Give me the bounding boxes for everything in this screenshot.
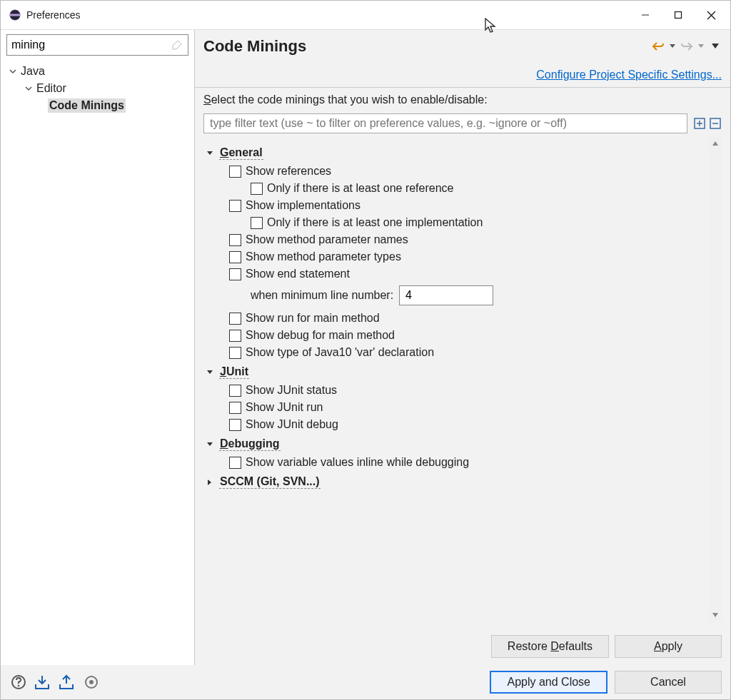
group-header-sccm[interactable]: SCCM (Git, SVN...) xyxy=(203,471,709,492)
chevron-down-icon[interactable] xyxy=(666,40,679,53)
tree-item-java[interactable]: Java xyxy=(4,63,191,80)
configure-project-settings-link[interactable]: Configure Project Specific Settings... xyxy=(536,69,722,81)
app-icon xyxy=(8,8,22,22)
cancel-button[interactable]: Cancel xyxy=(615,671,722,694)
checkbox-label: Show JUnit run xyxy=(246,401,323,414)
vertical-scrollbar[interactable] xyxy=(709,136,722,622)
checkbox-param-names[interactable] xyxy=(229,234,241,246)
checkbox-label: Show method parameter names xyxy=(246,233,408,246)
group-header-junit[interactable]: JUnit xyxy=(203,361,709,382)
checkbox-junit-debug[interactable] xyxy=(229,419,241,431)
svg-point-14 xyxy=(89,680,94,684)
tree-label: Code Minings xyxy=(48,98,126,113)
instruction-text: Select the code minings that you wish to… xyxy=(203,93,722,106)
minimize-button[interactable] xyxy=(629,4,662,26)
close-button[interactable] xyxy=(695,4,727,26)
button-label: Apply and Close xyxy=(507,676,590,689)
checkbox-show-references[interactable] xyxy=(229,166,241,178)
min-line-input[interactable] xyxy=(399,285,493,305)
checkbox-label: Show end statement xyxy=(246,268,350,280)
group-label: SCCM (Git, SVN...) xyxy=(219,475,321,489)
caret-down-icon xyxy=(206,150,216,157)
button-label: Cancel xyxy=(650,676,686,689)
nav-back-icon[interactable] xyxy=(652,40,665,53)
checkbox-run-main[interactable] xyxy=(229,313,241,325)
scroll-down-icon[interactable] xyxy=(710,609,721,621)
scroll-up-icon[interactable] xyxy=(710,138,721,149)
page-title: Code Minings xyxy=(203,37,306,56)
group-header-general[interactable]: General xyxy=(203,142,709,163)
checkbox-junit-status[interactable] xyxy=(229,385,241,397)
checkbox-label: Show implementations xyxy=(246,199,361,212)
checkbox-label: Show method parameter types xyxy=(246,250,401,263)
sidebar: Java Editor Code Minings xyxy=(1,30,195,665)
menu-dropdown-icon[interactable] xyxy=(709,40,722,53)
checkbox-label: Show variable values inline while debugg… xyxy=(246,456,469,469)
collapse-all-icon[interactable] xyxy=(709,117,722,130)
import-icon[interactable] xyxy=(34,673,52,691)
checkbox-only-one-reference[interactable] xyxy=(251,183,263,195)
group-label: Debugging xyxy=(219,437,281,451)
checkbox-label: Show debug for main method xyxy=(246,329,395,342)
export-icon[interactable] xyxy=(58,673,76,691)
oomph-icon[interactable] xyxy=(82,673,101,691)
group-header-debugging[interactable]: Debugging xyxy=(203,433,709,454)
tree-label: Editor xyxy=(35,81,68,96)
svg-rect-3 xyxy=(675,12,682,19)
caret-right-icon xyxy=(206,479,216,486)
checkbox-junit-run[interactable] xyxy=(229,402,241,414)
chevron-down-icon xyxy=(8,66,18,76)
checkbox-param-types[interactable] xyxy=(229,251,241,263)
titlebar[interactable]: Preferences xyxy=(1,1,730,29)
content-panel: Code Minings xyxy=(195,30,730,665)
window-title: Preferences xyxy=(26,9,80,21)
preference-tree: Java Editor Code Minings xyxy=(1,60,194,117)
tree-item-editor[interactable]: Editor xyxy=(4,80,191,97)
apply-button[interactable]: Apply xyxy=(615,635,722,658)
checkbox-label: Only if there is at least one implementa… xyxy=(267,216,483,229)
checkbox-inline-values[interactable] xyxy=(229,457,241,469)
min-line-label: when minimum line number: xyxy=(251,289,393,302)
caret-down-icon xyxy=(206,441,216,448)
caret-down-icon xyxy=(206,369,216,376)
checkbox-label: Show run for main method xyxy=(246,312,380,325)
checkbox-label: Show JUnit debug xyxy=(246,418,338,431)
group-label: JUnit xyxy=(219,365,249,379)
svg-rect-1 xyxy=(10,14,20,16)
button-label: Restore Defaults xyxy=(508,640,593,653)
apply-close-button[interactable]: Apply and Close xyxy=(490,671,608,694)
preference-filter-input[interactable] xyxy=(203,113,687,133)
checkbox-only-one-implementation[interactable] xyxy=(251,217,263,229)
tree-item-code-minings[interactable]: Code Minings xyxy=(4,97,191,114)
restore-defaults-button[interactable]: Restore Defaults xyxy=(491,635,609,658)
maximize-button[interactable] xyxy=(662,4,695,26)
checkbox-label: Show references xyxy=(246,165,331,178)
checkbox-java10-var[interactable] xyxy=(229,347,241,359)
sidebar-filter-input[interactable] xyxy=(6,34,188,56)
chevron-down-icon xyxy=(24,83,34,93)
checkbox-debug-main[interactable] xyxy=(229,330,241,342)
button-label: Apply xyxy=(654,640,682,653)
filter-clear-icon[interactable] xyxy=(171,39,184,51)
nav-forward-icon[interactable] xyxy=(680,40,693,53)
svg-point-12 xyxy=(18,685,20,687)
checkbox-end-statement[interactable] xyxy=(229,268,241,280)
checkbox-label: Show JUnit status xyxy=(246,384,337,397)
bottom-bar: Apply and Close Cancel xyxy=(1,665,730,699)
help-icon[interactable] xyxy=(9,673,28,691)
checkbox-label: Show type of Java10 'var' declaration xyxy=(246,346,434,359)
chevron-down-icon[interactable] xyxy=(695,40,707,53)
scrollbar-thumb[interactable] xyxy=(710,265,720,494)
tree-label: Java xyxy=(19,64,46,78)
checkbox-show-implementations[interactable] xyxy=(229,200,241,212)
checkbox-label: Only if there is at least one reference xyxy=(267,182,453,195)
expand-all-icon[interactable] xyxy=(693,117,706,130)
group-label: General xyxy=(219,146,263,160)
